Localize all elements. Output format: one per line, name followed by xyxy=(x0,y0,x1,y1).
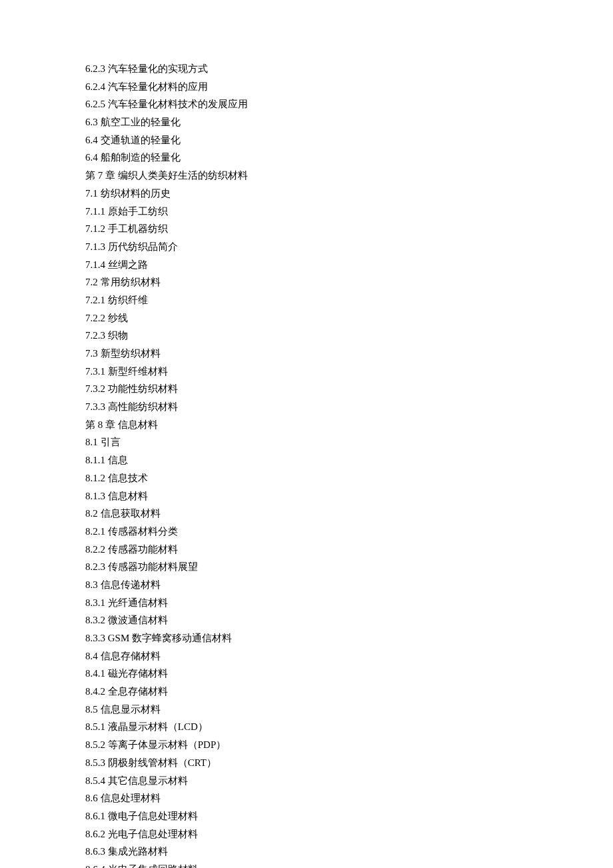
toc-entry: 8.5.1 液晶显示材料（LCD） xyxy=(85,718,526,736)
toc-entry: 8.2.3 传感器功能材料展望 xyxy=(85,558,526,576)
toc-entry: 8.6.1 微电子信息处理材料 xyxy=(85,807,526,825)
toc-entry: 8.1.2 信息技术 xyxy=(85,469,526,487)
toc-entry: 8.5.2 等离子体显示材料（PDP） xyxy=(85,736,526,754)
toc-entry: 8.4 信息存储材料 xyxy=(85,647,526,665)
toc-entry: 6.4 交通轨道的轻量化 xyxy=(85,131,526,149)
toc-entry: 7.1.4 丝绸之路 xyxy=(85,256,526,274)
toc-entry: 8.6 信息处理材料 xyxy=(85,789,526,807)
toc-entry: 8.3 信息传递材料 xyxy=(85,576,526,594)
toc-entry: 8.3.3 GSM 数字蜂窝移动通信材料 xyxy=(85,629,526,647)
toc-entry: 8.2.2 传感器功能材料 xyxy=(85,541,526,559)
toc-entry: 6.2.3 汽车轻量化的实现方式 xyxy=(85,60,526,78)
toc-entry: 7.3.3 高性能纺织材料 xyxy=(85,398,526,416)
toc-entry: 7.2.1 纺织纤维 xyxy=(85,291,526,309)
toc-entry: 7.2 常用纺织材料 xyxy=(85,273,526,291)
toc-entry: 8.3.2 微波通信材料 xyxy=(85,611,526,629)
toc-entry: 7.1.1 原始手工纺织 xyxy=(85,203,526,221)
toc-entry: 8.1 引言 xyxy=(85,433,526,451)
toc-entry: 8.5.4 其它信息显示材料 xyxy=(85,772,526,790)
toc-entry: 8.1.3 信息材料 xyxy=(85,487,526,505)
toc-entry: 7.1 纺织材料的历史 xyxy=(85,185,526,203)
toc-entry: 8.5.3 阴极射线管材料（CRT） xyxy=(85,754,526,772)
table-of-contents: 6.2.3 汽车轻量化的实现方式6.2.4 汽车轻量化材料的应用6.2.5 汽车… xyxy=(85,60,526,868)
toc-entry: 第 7 章 编织人类美好生活的纺织材料 xyxy=(85,167,526,185)
toc-entry: 7.1.3 历代纺织品简介 xyxy=(85,238,526,256)
toc-entry: 7.3.1 新型纤维材料 xyxy=(85,363,526,381)
toc-entry: 8.2 信息获取材料 xyxy=(85,505,526,523)
toc-entry: 8.2.1 传感器材料分类 xyxy=(85,523,526,541)
document-page: 6.2.3 汽车轻量化的实现方式6.2.4 汽车轻量化材料的应用6.2.5 汽车… xyxy=(0,0,613,868)
toc-entry: 8.6.3 集成光路材料 xyxy=(85,843,526,861)
toc-entry: 6.4 船舶制造的轻量化 xyxy=(85,149,526,167)
toc-entry: 8.6.2 光电子信息处理材料 xyxy=(85,825,526,843)
toc-entry: 6.3 航空工业的轻量化 xyxy=(85,113,526,131)
toc-entry: 7.3.2 功能性纺织材料 xyxy=(85,380,526,398)
toc-entry: 8.5 信息显示材料 xyxy=(85,701,526,719)
toc-entry: 6.2.4 汽车轻量化材料的应用 xyxy=(85,78,526,96)
toc-entry: 8.4.2 全息存储材料 xyxy=(85,683,526,701)
toc-entry: 8.1.1 信息 xyxy=(85,451,526,469)
toc-entry: 7.1.2 手工机器纺织 xyxy=(85,220,526,238)
toc-entry: 8.6.4 光电子集成回路材料 xyxy=(85,861,526,868)
toc-entry: 7.3 新型纺织材料 xyxy=(85,345,526,363)
toc-entry: 7.2.3 织物 xyxy=(85,327,526,345)
toc-entry: 7.2.2 纱线 xyxy=(85,309,526,327)
toc-entry: 6.2.5 汽车轻量化材料技术的发展应用 xyxy=(85,95,526,113)
toc-entry: 8.3.1 光纤通信材料 xyxy=(85,594,526,612)
toc-entry: 8.4.1 磁光存储材料 xyxy=(85,665,526,683)
toc-entry: 第 8 章 信息材料 xyxy=(85,416,526,434)
